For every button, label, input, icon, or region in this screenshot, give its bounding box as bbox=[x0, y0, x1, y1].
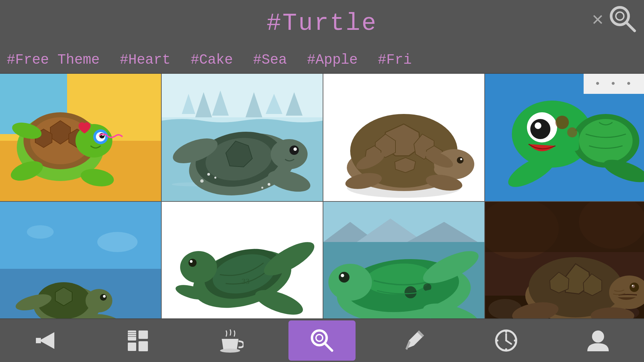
svg-marker-132 bbox=[39, 332, 54, 349]
svg-point-149 bbox=[514, 340, 516, 342]
tag-heart[interactable]: #Heart bbox=[120, 52, 170, 68]
svg-point-109 bbox=[328, 264, 372, 301]
tags-bar: #Free Theme #Heart #Cake #Sea #Apple #Fr… bbox=[0, 47, 644, 74]
svg-point-70 bbox=[535, 122, 541, 129]
svg-point-69 bbox=[530, 119, 550, 139]
svg-point-66 bbox=[579, 119, 633, 163]
back-arrow-icon bbox=[33, 327, 59, 354]
svg-rect-117 bbox=[485, 202, 644, 252]
image-grid: 33 bbox=[0, 74, 644, 349]
svg-point-37 bbox=[293, 147, 297, 151]
draw-button[interactable] bbox=[380, 320, 447, 361]
search-icon[interactable] bbox=[607, 3, 637, 34]
svg-rect-136 bbox=[139, 330, 148, 339]
svg-point-129 bbox=[632, 285, 633, 286]
svg-text:33: 33 bbox=[241, 277, 250, 286]
tag-free-theme[interactable]: #Free Theme bbox=[7, 52, 100, 68]
svg-point-91 bbox=[180, 251, 217, 283]
bottom-navigation bbox=[0, 318, 644, 362]
svg-point-72 bbox=[567, 127, 577, 137]
grid-item-1[interactable] bbox=[0, 74, 161, 201]
svg-point-83 bbox=[100, 294, 107, 301]
svg-line-143 bbox=[325, 343, 332, 351]
svg-point-44 bbox=[268, 183, 270, 186]
svg-point-57 bbox=[457, 157, 464, 164]
more-label: • • • bbox=[594, 78, 633, 90]
search-button[interactable] bbox=[288, 320, 356, 361]
grid-item-8[interactable] bbox=[485, 202, 644, 329]
gallery-icon bbox=[124, 327, 151, 354]
svg-point-111 bbox=[341, 274, 344, 277]
profile-button[interactable] bbox=[565, 320, 632, 361]
grid-item-5[interactable] bbox=[0, 202, 161, 329]
header: #Turtle × bbox=[0, 0, 644, 47]
profile-icon bbox=[585, 327, 611, 354]
draw-icon bbox=[400, 327, 427, 354]
tag-cake[interactable]: #Cake bbox=[191, 52, 233, 68]
svg-point-2 bbox=[616, 12, 624, 20]
svg-line-147 bbox=[506, 341, 511, 344]
svg-point-40 bbox=[207, 173, 210, 176]
svg-point-151 bbox=[496, 340, 498, 342]
svg-point-42 bbox=[200, 179, 204, 183]
svg-point-144 bbox=[316, 335, 323, 341]
svg-point-71 bbox=[555, 116, 569, 129]
grid-item-7[interactable] bbox=[323, 202, 484, 329]
svg-rect-135 bbox=[128, 343, 136, 351]
svg-rect-133 bbox=[36, 338, 41, 343]
svg-point-150 bbox=[505, 348, 507, 350]
cafe-button[interactable] bbox=[197, 320, 264, 361]
svg-point-58 bbox=[460, 158, 462, 160]
svg-point-84 bbox=[103, 295, 106, 298]
svg-point-41 bbox=[214, 177, 216, 179]
svg-point-82 bbox=[86, 289, 112, 312]
svg-point-148 bbox=[505, 331, 507, 333]
svg-point-107 bbox=[405, 286, 417, 298]
svg-point-93 bbox=[190, 260, 193, 263]
svg-point-77 bbox=[97, 232, 138, 252]
svg-point-152 bbox=[592, 330, 604, 343]
tag-apple[interactable]: #Apple bbox=[307, 52, 358, 68]
svg-point-35 bbox=[271, 139, 308, 169]
grid-item-3[interactable] bbox=[323, 74, 484, 201]
svg-point-141 bbox=[220, 349, 240, 353]
more-button[interactable]: • • • bbox=[584, 74, 644, 94]
history-icon bbox=[493, 327, 520, 354]
svg-rect-134 bbox=[128, 330, 136, 341]
svg-rect-137 bbox=[139, 341, 148, 351]
svg-point-78 bbox=[27, 225, 54, 239]
cafe-icon bbox=[217, 327, 244, 354]
svg-point-110 bbox=[339, 272, 350, 283]
grid-item-2[interactable] bbox=[162, 74, 323, 201]
history-button[interactable] bbox=[473, 320, 540, 361]
page-title: #Turtle bbox=[267, 10, 377, 37]
gallery-button[interactable] bbox=[104, 320, 171, 361]
tag-fri[interactable]: #Fri bbox=[378, 52, 412, 68]
search-nav-icon bbox=[309, 327, 335, 354]
tag-sea[interactable]: #Sea bbox=[253, 52, 287, 68]
grid-item-6[interactable]: 33 bbox=[162, 202, 323, 329]
svg-point-128 bbox=[632, 285, 635, 288]
svg-point-92 bbox=[189, 259, 197, 267]
close-button[interactable]: × bbox=[592, 9, 604, 32]
svg-line-1 bbox=[626, 22, 635, 31]
back-button[interactable] bbox=[12, 320, 79, 361]
svg-point-43 bbox=[261, 187, 263, 189]
